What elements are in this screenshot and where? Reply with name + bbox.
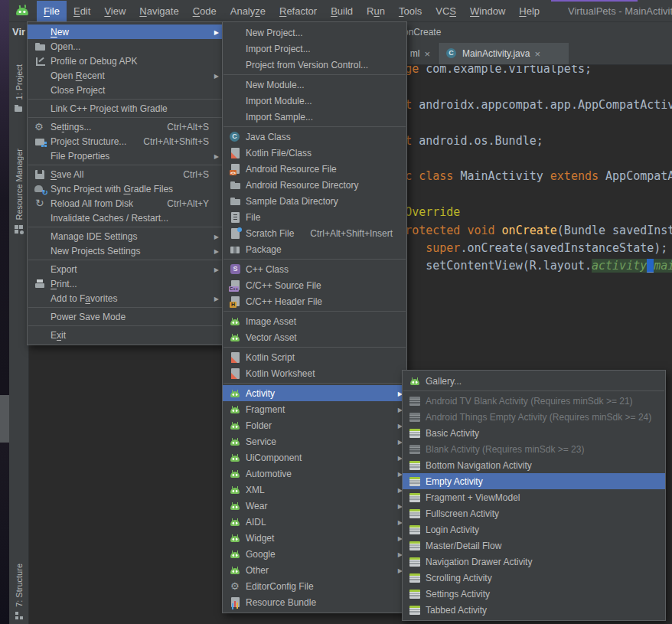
menu-item-editorconfig-file[interactable]: EditorConfig File xyxy=(223,578,406,594)
menu-item-settings[interactable]: Settings...Ctrl+Alt+S xyxy=(28,119,223,134)
menu-item-empty-activity[interactable]: Empty Activity xyxy=(403,473,665,489)
menu-item-automotive[interactable]: Automotive▶ xyxy=(223,466,406,482)
menu-item-master-detail-flow[interactable]: Master/Detail Flow xyxy=(403,537,665,554)
menu-item-open[interactable]: Open... xyxy=(28,39,223,54)
menu-item-gallery[interactable]: Gallery... xyxy=(403,373,665,389)
menu-item-label: C/C++ Source File xyxy=(246,280,321,291)
menu-item-resource-bundle[interactable]: Resource Bundle xyxy=(223,594,406,610)
menubar-item-help[interactable]: Help xyxy=(512,1,546,21)
menu-item-scrolling-activity[interactable]: Scrolling Activity xyxy=(403,570,665,586)
menu-item-label: Import Module... xyxy=(246,96,312,106)
menu-item-import-module[interactable]: Import Module... xyxy=(223,93,406,109)
menu-item-android-resource-directory[interactable]: Android Resource Directory xyxy=(223,177,406,193)
menu-item-scratch-file[interactable]: Scratch FileCtrl+Alt+Shift+Insert xyxy=(223,225,406,241)
menu-item-uicomponent[interactable]: UiComponent▶ xyxy=(223,449,406,466)
menu-item-c-c-source-file[interactable]: C/C++ Source File xyxy=(223,277,406,293)
menubar-item-refactor[interactable]: Refactor xyxy=(272,1,324,21)
menu-item-label: Window xyxy=(470,5,505,17)
tool-button-resource-manager[interactable]: Resource Manager xyxy=(9,149,28,234)
menu-item-manage-ide-settings[interactable]: Manage IDE Settings▶ xyxy=(28,229,223,243)
menu-item-file-properties[interactable]: File Properties▶ xyxy=(28,149,223,163)
menu-item-tabbed-activity[interactable]: Tabbed Activity xyxy=(403,602,665,618)
tool-button-structure[interactable]: 7: Structure xyxy=(9,564,28,621)
menu-item-label: New xyxy=(51,27,69,38)
menu-item-other[interactable]: Other▶ xyxy=(223,562,406,578)
menu-item-exit[interactable]: Exit xyxy=(28,328,223,342)
menubar-item-window[interactable]: Window xyxy=(463,1,512,21)
menu-item-add-to-favorites[interactable]: Add to Favorites▶ xyxy=(28,291,223,305)
android-icon xyxy=(229,500,243,512)
menu-item-sync-project-with-gradle-files[interactable]: Sync Project with Gradle Files xyxy=(28,181,223,196)
menu-item-close-project[interactable]: Close Project xyxy=(28,83,223,97)
menu-item-export[interactable]: Export▶ xyxy=(28,262,223,276)
menu-item-activity[interactable]: Activity▶ xyxy=(223,385,406,401)
menu-item-google[interactable]: Google▶ xyxy=(223,546,406,562)
tab-mainactivity-java[interactable]: MainActivity.java × xyxy=(439,43,569,64)
menu-item-widget[interactable]: Widget▶ xyxy=(223,530,406,546)
menu-item-c-class[interactable]: C++ Class xyxy=(223,261,406,277)
menu-item-new-project[interactable]: New Project... xyxy=(223,25,406,41)
menubar-item-code[interactable]: Code xyxy=(186,1,223,21)
code-line xyxy=(370,114,672,132)
close-icon[interactable]: × xyxy=(534,49,540,59)
menu-item-bottom-navigation-activity[interactable]: Bottom Navigation Activity xyxy=(403,457,665,473)
breadcrumb[interactable]: Vir xyxy=(12,26,25,38)
menu-item-save-all[interactable]: Save AllCtrl+S xyxy=(28,167,223,181)
menu-item-kotlin-file-class[interactable]: Kotlin File/Class xyxy=(223,145,406,161)
menu-item-login-activity[interactable]: Login Activity xyxy=(403,521,665,537)
cpp-source-icon xyxy=(229,279,243,292)
menu-item-basic-activity[interactable]: Basic Activity xyxy=(403,425,665,441)
menubar-item-build[interactable]: Build xyxy=(324,1,360,21)
menubar-item-file[interactable]: File xyxy=(37,1,67,21)
tool-button-project[interactable]: 1: Project xyxy=(9,64,28,113)
menubar-item-run[interactable]: Run xyxy=(360,1,392,21)
menu-item-new[interactable]: New▶ xyxy=(28,25,223,39)
menu-item-settings-activity[interactable]: Settings Activity xyxy=(403,586,665,602)
menubar-item-vcs[interactable]: VCS xyxy=(429,1,463,21)
menu-item-java-class[interactable]: Java Class xyxy=(223,129,406,145)
menu-item-project-from-version-control[interactable]: Project from Version Control... xyxy=(223,57,406,73)
menu-item-file[interactable]: File xyxy=(223,209,406,225)
menu-item-xml[interactable]: XML▶ xyxy=(223,482,406,498)
menu-item-aidl[interactable]: AIDL▶ xyxy=(223,514,406,530)
menu-item-label: Import Project... xyxy=(246,44,311,54)
file-icon xyxy=(229,211,243,224)
menubar-item-tools[interactable]: Tools xyxy=(392,1,429,21)
menu-item-link-c-project-with-gradle[interactable]: Link C++ Project with Gradle xyxy=(28,101,223,116)
menu-item-navigation-drawer-activity[interactable]: Navigation Drawer Activity xyxy=(403,554,665,570)
menubar-item-view[interactable]: View xyxy=(97,1,132,21)
menu-item-reload-all-from-disk[interactable]: Reload All from DiskCtrl+Alt+Y xyxy=(28,196,223,211)
menu-item-kotlin-worksheet[interactable]: Kotlin Worksheet xyxy=(223,365,406,381)
menu-item-service[interactable]: Service▶ xyxy=(223,433,406,449)
menubar-item-analyze[interactable]: Analyze xyxy=(223,1,272,21)
menu-item-import-sample[interactable]: Import Sample... xyxy=(223,109,406,125)
close-icon[interactable]: × xyxy=(424,49,430,59)
menu-item-package[interactable]: Package xyxy=(223,241,406,257)
menubar-item-navigate[interactable]: Navigate xyxy=(132,1,185,21)
menu-item-new-projects-settings[interactable]: New Projects Settings▶ xyxy=(28,243,223,258)
menu-item-android-resource-file[interactable]: Android Resource File xyxy=(223,161,406,177)
menu-item-c-c-header-file[interactable]: C/C++ Header File xyxy=(223,293,406,309)
menu-item-wear[interactable]: Wear▶ xyxy=(223,498,406,514)
menu-item-shortcut: Ctrl+S xyxy=(171,169,209,180)
menu-item-image-asset[interactable]: Image Asset xyxy=(223,313,406,329)
menu-separator xyxy=(223,74,406,75)
menu-item-kotlin-script[interactable]: Kotlin Script xyxy=(223,349,406,365)
menu-item-new-module[interactable]: New Module... xyxy=(223,77,406,93)
breadcrumb-oncreate[interactable]: onCreate xyxy=(403,27,441,38)
menu-item-power-save-mode[interactable]: Power Save Mode xyxy=(28,309,223,324)
menu-item-vector-asset[interactable]: Vector Asset xyxy=(223,329,406,345)
menu-item-project-structure[interactable]: Project Structure...Ctrl+Alt+Shift+S xyxy=(28,134,223,149)
menubar-item-edit[interactable]: Edit xyxy=(67,1,97,21)
menu-item-sample-data-directory[interactable]: Sample Data Directory xyxy=(223,193,406,209)
menu-item-profile-or-debug-apk[interactable]: Profile or Debug APK xyxy=(28,54,223,68)
menu-item-import-project[interactable]: Import Project... xyxy=(223,41,406,57)
menu-item-invalidate-caches-restart[interactable]: Invalidate Caches / Restart... xyxy=(28,211,223,225)
menu-item-print[interactable]: Print... xyxy=(28,276,223,291)
menu-item-fragment-viewmodel[interactable]: Fragment + ViewModel xyxy=(403,489,665,505)
menu-item-folder[interactable]: Folder▶ xyxy=(223,417,406,433)
menu-item-open-recent[interactable]: Open Recent▶ xyxy=(28,68,223,83)
menu-item-fullscreen-activity[interactable]: Fullscreen Activity xyxy=(403,505,665,521)
menu-item-fragment[interactable]: Fragment▶ xyxy=(223,401,406,417)
menu-item-label: Gallery... xyxy=(426,376,462,387)
